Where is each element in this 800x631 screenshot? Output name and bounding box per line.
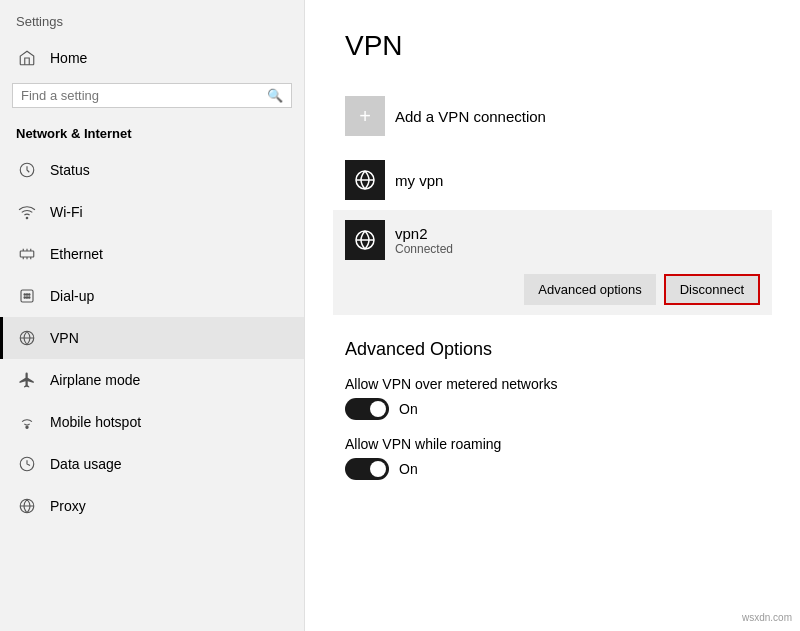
vpn2-status: Connected [395,242,453,256]
metered-toggle-label: On [399,401,418,417]
sidebar-item-wifi[interactable]: Wi-Fi [0,191,304,233]
add-vpn-button[interactable]: + Add a VPN connection [345,86,760,146]
ethernet-icon [16,243,38,265]
svg-point-8 [26,297,28,299]
vpn-list: + Add a VPN connection my vpn [345,86,760,315]
wifi-icon [16,201,38,223]
sidebar-item-ethernet[interactable]: Ethernet [0,233,304,275]
proxy-label: Proxy [50,498,86,514]
airplane-label: Airplane mode [50,372,140,388]
airplane-icon [16,369,38,391]
svg-point-7 [24,297,26,299]
sidebar-item-proxy[interactable]: Proxy [0,485,304,527]
hotspot-label: Mobile hotspot [50,414,141,430]
datausage-icon [16,453,38,475]
roaming-toggle[interactable] [345,458,389,480]
section-title: Network & Internet [0,120,304,149]
vpn2-info: vpn2 Connected [395,225,453,256]
sidebar-item-dialup[interactable]: Dial-up [0,275,304,317]
myvpn-name: my vpn [395,172,443,189]
advanced-options-title: Advanced Options [345,339,760,360]
add-vpn-icon: + [345,96,385,136]
metered-label: Allow VPN over metered networks [345,376,760,392]
advanced-options-section: Advanced Options Allow VPN over metered … [345,339,760,480]
vpn-item-vpn2[interactable]: vpn2 Connected Advanced options Disconne… [333,210,772,315]
roaming-toggle-label: On [399,461,418,477]
dialup-label: Dial-up [50,288,94,304]
search-icon: 🔍 [267,88,283,103]
option-roaming: Allow VPN while roaming On [345,436,760,480]
sidebar-item-airplane[interactable]: Airplane mode [0,359,304,401]
svg-point-5 [26,294,28,296]
vpn-sidebar-icon [16,327,38,349]
roaming-label: Allow VPN while roaming [345,436,760,452]
status-icon [16,159,38,181]
home-label: Home [50,50,87,66]
vpn-sidebar-label: VPN [50,330,79,346]
myvpn-info: my vpn [395,172,443,189]
app-title: Settings [0,0,304,37]
vpn2-row: vpn2 Connected [345,220,760,260]
watermark: wsxdn.com [742,612,792,623]
ethernet-label: Ethernet [50,246,103,262]
vpn2-icon [345,220,385,260]
hotspot-icon [16,411,38,433]
svg-rect-3 [21,290,33,302]
svg-point-1 [26,217,28,219]
roaming-toggle-row: On [345,458,760,480]
search-input[interactable] [21,88,267,103]
sidebar-item-home[interactable]: Home [0,37,304,79]
proxy-icon [16,495,38,517]
sidebar-item-datausage[interactable]: Data usage [0,443,304,485]
add-vpn-label: Add a VPN connection [395,108,546,125]
search-box[interactable]: 🔍 [12,83,292,108]
vpn2-actions: Advanced options Disconnect [345,270,760,305]
vpn2-name: vpn2 [395,225,453,242]
datausage-label: Data usage [50,456,122,472]
sidebar-item-vpn[interactable]: VPN [0,317,304,359]
dialup-icon [16,285,38,307]
disconnect-button[interactable]: Disconnect [664,274,760,305]
page-title: VPN [345,30,760,62]
option-metered: Allow VPN over metered networks On [345,376,760,420]
svg-point-11 [26,426,28,428]
myvpn-icon [345,160,385,200]
svg-point-4 [24,294,26,296]
home-icon [16,47,38,69]
metered-toggle-row: On [345,398,760,420]
vpn-item-myvpn[interactable]: my vpn [345,150,760,210]
svg-rect-2 [20,251,34,257]
wifi-label: Wi-Fi [50,204,83,220]
advanced-options-button[interactable]: Advanced options [524,274,655,305]
svg-point-9 [29,297,31,299]
sidebar-item-status[interactable]: Status [0,149,304,191]
sidebar: Settings Home 🔍 Network & Internet Statu… [0,0,305,631]
status-label: Status [50,162,90,178]
sidebar-item-hotspot[interactable]: Mobile hotspot [0,401,304,443]
svg-point-6 [29,294,31,296]
metered-toggle[interactable] [345,398,389,420]
main-content: VPN + Add a VPN connection my vpn [305,0,800,631]
